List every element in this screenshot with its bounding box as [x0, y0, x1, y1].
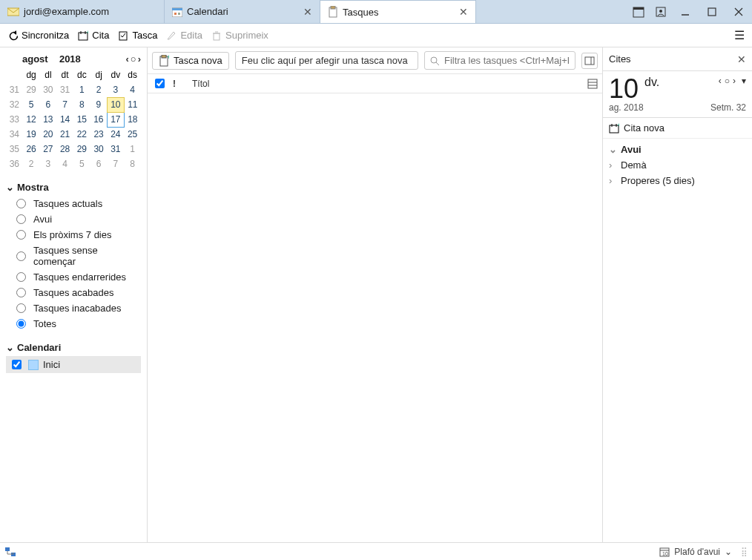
delete-button[interactable]: Suprimeix	[211, 30, 268, 41]
mostra-radio[interactable]	[16, 319, 26, 329]
minical-day[interactable]: 4	[124, 82, 141, 97]
mostra-radio[interactable]	[16, 288, 26, 297]
title-column-header[interactable]: Títol	[192, 79, 578, 89]
mostra-radio[interactable]	[16, 272, 26, 282]
minical-day[interactable]: 7	[108, 157, 125, 171]
minical-day[interactable]: 1	[73, 82, 90, 97]
minical-day[interactable]: 21	[56, 127, 73, 142]
mostra-radio[interactable]	[16, 251, 26, 261]
calendari-group-header[interactable]: ⌄ Calendari	[6, 342, 141, 353]
toggle-right-pane-button[interactable]	[581, 53, 598, 69]
minical-grid[interactable]: dgdldtdcdjdvds 3129303112343256789101133…	[6, 67, 141, 171]
menu-button[interactable]: ☰	[734, 28, 745, 42]
new-event-button[interactable]: + Cita	[78, 30, 109, 41]
minical-day[interactable]: 26	[23, 142, 40, 157]
minical-day[interactable]: 3	[40, 157, 57, 171]
minical-day[interactable]: 3	[108, 82, 125, 97]
minical-day[interactable]: 5	[23, 97, 40, 112]
mostra-radio[interactable]	[16, 199, 26, 208]
minical-next-button[interactable]: ›	[138, 53, 141, 65]
mostra-option[interactable]: Tasques endarrerides	[6, 269, 141, 285]
tab-mail[interactable]: jordi@example.com	[0, 0, 165, 23]
minical-day[interactable]: 10	[108, 97, 125, 112]
today-pane-label[interactable]: Plafó d'avui	[674, 547, 720, 557]
new-task-tool-button[interactable]: + Tasca nova	[152, 52, 229, 70]
minical-day[interactable]: 12	[23, 112, 40, 127]
minical-day[interactable]: 29	[23, 82, 40, 97]
minical-day[interactable]: 2	[23, 157, 40, 171]
close-icon[interactable]: ✕	[459, 6, 468, 18]
agenda-section[interactable]: ›Demà	[603, 157, 752, 173]
agenda-section[interactable]: ⌄Avui	[603, 142, 752, 157]
close-icon[interactable]: ✕	[303, 6, 312, 18]
maximize-button[interactable]	[699, 0, 725, 23]
sync-button[interactable]: Sincronitza	[7, 30, 69, 41]
minical-day[interactable]: 30	[90, 142, 108, 157]
mostra-option[interactable]: Avui	[6, 211, 141, 227]
new-event-right-button[interactable]: + Cita nova	[603, 118, 752, 139]
mostra-option[interactable]: Tasques acabades	[6, 285, 141, 300]
close-window-button[interactable]	[725, 0, 752, 23]
tab-calendar[interactable]: Calendari ✕	[165, 0, 320, 23]
minical-day[interactable]: 6	[40, 97, 57, 112]
minical-day[interactable]: 17	[108, 112, 125, 127]
calendar-item-inici[interactable]: Inici	[6, 356, 141, 373]
mostra-option[interactable]: Els pròxims 7 dies	[6, 227, 141, 243]
minimize-button[interactable]	[672, 0, 699, 23]
minical-day[interactable]: 18	[124, 112, 141, 127]
minical-day[interactable]: 5	[73, 157, 90, 171]
dropdown-icon[interactable]: ⌄	[725, 547, 732, 557]
minical-day[interactable]: 4	[56, 157, 73, 171]
done-column-header[interactable]	[152, 76, 164, 90]
right-today-button[interactable]: ○	[725, 76, 730, 86]
minical-day[interactable]: 30	[40, 82, 57, 97]
agenda-section[interactable]: ›Properes (5 dies)	[603, 173, 752, 188]
mostra-option[interactable]: Totes	[6, 316, 141, 332]
tab-tasks[interactable]: Tasques ✕	[320, 0, 476, 23]
minical-day[interactable]: 8	[124, 157, 141, 171]
minical-day[interactable]: 22	[73, 127, 90, 142]
minical-today-button[interactable]: ○	[131, 53, 136, 65]
minical-day[interactable]: 19	[23, 127, 40, 142]
minical-day[interactable]: 31	[56, 82, 73, 97]
minical-day[interactable]: 31	[108, 142, 125, 157]
minical-day[interactable]: 14	[56, 112, 73, 127]
new-task-button[interactable]: Tasca	[118, 30, 157, 41]
status-network-icon[interactable]	[4, 547, 16, 557]
right-prev-button[interactable]: ‹	[719, 76, 722, 86]
mostra-group-header[interactable]: ⌄ Mostra	[6, 182, 141, 193]
mostra-option[interactable]: Tasques sense començar	[6, 243, 141, 269]
minical-prev-button[interactable]: ‹	[125, 53, 128, 65]
minical-day[interactable]: 2	[90, 82, 108, 97]
calendar-item-checkbox[interactable]	[12, 360, 22, 369]
mostra-option[interactable]: Tasques actuals	[6, 196, 141, 211]
minical-day[interactable]: 16	[90, 112, 108, 127]
mostra-radio[interactable]	[16, 230, 26, 240]
minical-day[interactable]: 20	[40, 127, 57, 142]
filter-input[interactable]	[443, 54, 570, 67]
filter-input-wrap[interactable]	[424, 51, 575, 70]
minical-day[interactable]: 27	[40, 142, 57, 157]
minical-day[interactable]: 7	[56, 97, 73, 112]
mostra-radio[interactable]	[16, 303, 26, 313]
task-list-body[interactable]	[148, 93, 602, 542]
right-next-button[interactable]: ›	[733, 76, 736, 86]
status-resize-grip[interactable]: ⣿	[741, 547, 748, 557]
mostra-option[interactable]: Tasques inacabades	[6, 300, 141, 316]
edit-button[interactable]: Edita	[166, 30, 202, 41]
calendar-shortcut-icon[interactable]	[627, 0, 650, 23]
priority-column-header[interactable]: !	[173, 79, 183, 89]
minical-day[interactable]: 15	[73, 112, 90, 127]
minical-day[interactable]: 25	[124, 127, 141, 142]
minical-day[interactable]: 29	[73, 142, 90, 157]
minical-day[interactable]: 13	[40, 112, 57, 127]
column-picker-button[interactable]	[587, 79, 598, 89]
minical-day[interactable]: 9	[90, 97, 108, 112]
minical-day[interactable]: 8	[73, 97, 90, 112]
close-right-pane-button[interactable]: ✕	[737, 53, 746, 65]
mostra-radio[interactable]	[16, 214, 26, 224]
minical-day[interactable]: 23	[90, 127, 108, 142]
new-task-input[interactable]: Feu clic aquí per afegir una tasca nova	[235, 51, 418, 70]
minical-day[interactable]: 28	[56, 142, 73, 157]
minical-day[interactable]: 24	[108, 127, 125, 142]
